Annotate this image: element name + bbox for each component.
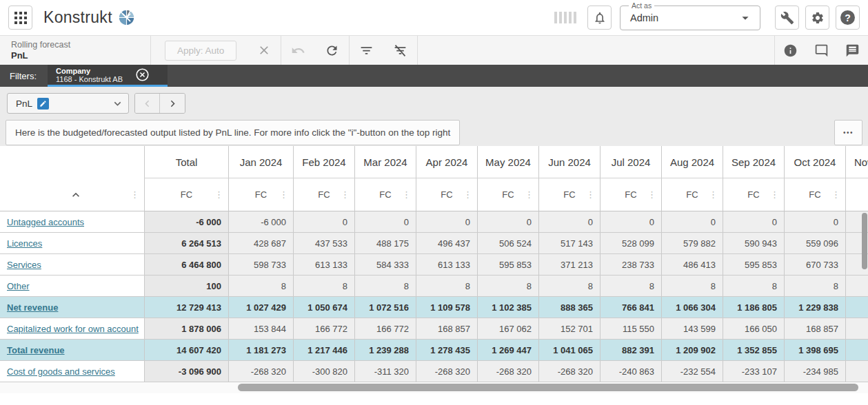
value-cell: 166 050: [723, 318, 784, 339]
value-cell: -240 863: [600, 361, 661, 382]
activity-bars-icon: [554, 12, 576, 23]
kebab-menu-icon[interactable]: ⋮: [399, 190, 414, 200]
kebab-menu-icon[interactable]: ⋮: [461, 190, 475, 200]
value-cell: -268 320: [228, 361, 293, 382]
vertical-scrollbar[interactable]: [862, 213, 867, 269]
prev-button: [135, 94, 160, 113]
pnl-table: TotalJan 2024Feb 2024Mar 2024Apr 2024May…: [0, 146, 868, 382]
value-cell: 1 102 385: [477, 297, 538, 318]
chevron-left-icon: [141, 97, 154, 110]
value-cell: 496 437: [416, 233, 477, 253]
kebab-menu-icon[interactable]: ⋮: [276, 190, 291, 200]
settings-button[interactable]: [805, 6, 829, 30]
value-cell: 0: [293, 211, 354, 232]
column-header-apr-2024[interactable]: Apr 2024: [416, 146, 477, 178]
filter-chip-company[interactable]: Company 1168 - Konstrukt AB: [48, 65, 168, 87]
scenario-header-row: ⋮FC⋮FC⋮FC⋮FC⋮FC⋮FC⋮FC⋮FC⋮FC⋮FC⋮FC⋮FC⋮: [0, 178, 868, 211]
horizontal-scrollbar[interactable]: [238, 384, 858, 391]
top-bar: Konstrukt Act as Admin: [0, 0, 868, 36]
row-label-link[interactable]: Capitalized work for own account: [7, 324, 139, 334]
column-header-nov-2024[interactable]: Nov 2024: [845, 146, 868, 178]
value-cell: 0: [784, 211, 845, 232]
value-cell: 152 701: [538, 318, 600, 339]
value-cell: 8: [354, 276, 416, 296]
notifications-button[interactable]: [587, 6, 612, 30]
column-header-jan-2024[interactable]: Jan 2024: [228, 146, 293, 178]
row-label-link[interactable]: Total revenue: [7, 345, 65, 355]
total-cell: 1 878 006: [144, 318, 228, 339]
row-label-link[interactable]: Services: [7, 260, 41, 270]
kebab-menu-icon[interactable]: ⋮: [829, 190, 843, 200]
scenario-header: FC⋮: [845, 178, 868, 211]
table-row: Licences6 264 513428 687437 533488 17549…: [0, 233, 868, 254]
clear-button[interactable]: [257, 43, 271, 57]
comments-button[interactable]: [814, 43, 829, 58]
value-cell: 1 209 902: [661, 340, 723, 360]
value-cell: 584 333: [354, 254, 416, 275]
gear-icon: [811, 11, 825, 25]
row-label-link[interactable]: Licences: [7, 238, 42, 249]
row-label-link[interactable]: Untagged accounts: [7, 217, 84, 227]
scenario-header: FC⋮: [784, 178, 845, 211]
column-header-oct-2024[interactable]: Oct 2024: [784, 146, 845, 178]
column-header-feb-2024[interactable]: Feb 2024: [293, 146, 354, 178]
row-label-link[interactable]: Cost of goods and services: [7, 366, 115, 377]
kebab-menu-icon[interactable]: ⋮: [212, 190, 226, 200]
value-cell: 8: [538, 276, 600, 296]
value-cell: 8: [416, 276, 477, 296]
apply-auto-button: Apply: Auto: [165, 41, 236, 61]
value-cell: 766 841: [600, 297, 661, 318]
kebab-menu-icon[interactable]: ⋮: [583, 190, 598, 200]
value-cell: 437 533: [293, 233, 354, 253]
value-cell: 1 217 446: [293, 340, 354, 360]
total-cell: 100: [144, 276, 228, 296]
help-button[interactable]: ?: [836, 6, 860, 30]
kebab-menu-icon[interactable]: ⋮: [522, 190, 536, 200]
clear-filters-button[interactable]: [393, 43, 407, 58]
row-label-link[interactable]: Other: [7, 281, 30, 291]
value-cell: 595 853: [477, 254, 538, 275]
notes-button[interactable]: [845, 43, 860, 58]
value-cell: 8: [600, 276, 661, 296]
act-as-value: Admin: [630, 12, 658, 23]
scenario-header: FC⋮: [144, 178, 228, 211]
column-header-mar-2024[interactable]: Mar 2024: [354, 146, 416, 178]
column-header-total[interactable]: Total: [144, 146, 228, 178]
row-label-cell: Net revenue: [0, 297, 144, 318]
value-cell: 0: [661, 211, 723, 232]
filter-button[interactable]: [359, 43, 374, 58]
next-button[interactable]: [160, 94, 185, 113]
column-header-aug-2024[interactable]: Aug 2024: [661, 146, 723, 178]
value-cell: 579 882: [661, 233, 723, 253]
act-as-dropdown[interactable]: Act as Admin: [620, 6, 760, 30]
total-cell: 12 729 413: [144, 297, 228, 318]
value-cell: 1 398 695: [784, 340, 845, 360]
column-header-jul-2024[interactable]: Jul 2024: [600, 146, 661, 178]
collapse-rows-icon[interactable]: [69, 188, 83, 202]
info-button[interactable]: [783, 43, 798, 58]
refresh-button[interactable]: [325, 43, 339, 58]
column-header-jun-2024[interactable]: Jun 2024: [538, 146, 600, 178]
filter-icon: [359, 43, 374, 58]
edit-pnl-button[interactable]: [37, 98, 49, 110]
column-header-sep-2024[interactable]: Sep 2024: [723, 146, 784, 178]
pnl-select-dropdown[interactable]: PnL: [7, 93, 129, 114]
filter-off-icon: [393, 43, 407, 58]
kebab-menu-icon[interactable]: ⋮: [767, 190, 782, 200]
kebab-menu-icon[interactable]: ⋮: [128, 190, 142, 200]
value-cell: -268 320: [477, 361, 538, 382]
remove-filter-button[interactable]: [135, 68, 150, 82]
admin-tools-button[interactable]: [775, 6, 799, 30]
value-cell: 1 269 447: [477, 340, 538, 360]
total-cell: 6 264 513: [144, 233, 228, 253]
value-cell: 167 062: [477, 318, 538, 339]
kebab-menu-icon[interactable]: ⋮: [645, 190, 659, 200]
kebab-menu-icon[interactable]: ⋮: [338, 190, 352, 200]
app-grid-button[interactable]: [8, 6, 32, 30]
row-label-link[interactable]: Net revenue: [7, 302, 58, 313]
value-cell: 0: [538, 211, 600, 232]
value-cell: 0: [723, 211, 784, 232]
kebab-menu-icon[interactable]: ⋮: [706, 190, 720, 200]
column-header-may-2024[interactable]: May 2024: [477, 146, 538, 178]
more-options-button[interactable]: •••: [834, 120, 862, 145]
